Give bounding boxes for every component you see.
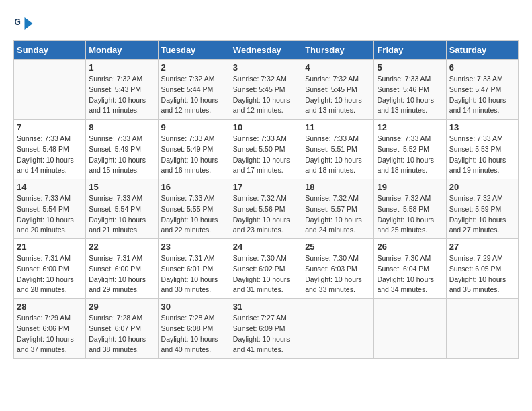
day-info: Sunrise: 7:30 AM Sunset: 6:03 PM Dayligh… [305, 253, 371, 295]
calendar-cell: 28Sunrise: 7:29 AM Sunset: 6:06 PM Dayli… [14, 299, 86, 359]
day-info: Sunrise: 7:33 AM Sunset: 5:48 PM Dayligh… [17, 134, 83, 176]
day-number: 23 [161, 242, 227, 252]
day-number: 25 [305, 242, 371, 252]
day-number: 12 [377, 122, 443, 132]
calendar-cell: 25Sunrise: 7:30 AM Sunset: 6:03 PM Dayli… [302, 239, 374, 299]
day-number: 16 [161, 182, 227, 192]
day-info: Sunrise: 7:33 AM Sunset: 5:54 PM Dayligh… [17, 193, 83, 236]
calendar-body: 1Sunrise: 7:32 AM Sunset: 5:43 PM Daylig… [14, 60, 519, 359]
day-number: 8 [89, 122, 154, 132]
day-info: Sunrise: 7:27 AM Sunset: 6:09 PM Dayligh… [233, 313, 299, 355]
day-info: Sunrise: 7:31 AM Sunset: 6:00 PM Dayligh… [17, 253, 83, 295]
day-info: Sunrise: 7:33 AM Sunset: 5:50 PM Dayligh… [233, 134, 299, 176]
day-number: 3 [233, 62, 299, 73]
calendar-header-row: SundayMondayTuesdayWednesdayThursdayFrid… [14, 41, 519, 60]
day-of-week-header: Monday [86, 41, 158, 60]
calendar-week-row: 1Sunrise: 7:32 AM Sunset: 5:43 PM Daylig… [14, 60, 519, 120]
calendar-cell: 16Sunrise: 7:33 AM Sunset: 5:55 PM Dayli… [158, 179, 230, 239]
day-number: 6 [449, 62, 515, 73]
calendar-week-row: 14Sunrise: 7:33 AM Sunset: 5:54 PM Dayli… [14, 179, 519, 239]
day-number: 24 [233, 242, 299, 252]
calendar-cell: 2Sunrise: 7:32 AM Sunset: 5:44 PM Daylig… [158, 60, 230, 120]
calendar-cell [374, 299, 446, 359]
day-info: Sunrise: 7:32 AM Sunset: 5:59 PM Dayligh… [449, 193, 515, 236]
day-info: Sunrise: 7:30 AM Sunset: 6:02 PM Dayligh… [233, 253, 299, 295]
calendar-cell: 6Sunrise: 7:33 AM Sunset: 5:47 PM Daylig… [446, 60, 518, 120]
day-number: 9 [161, 122, 227, 132]
calendar-cell [302, 299, 374, 359]
calendar-week-row: 21Sunrise: 7:31 AM Sunset: 6:00 PM Dayli… [14, 239, 519, 299]
day-info: Sunrise: 7:33 AM Sunset: 5:49 PM Dayligh… [161, 134, 227, 176]
page-header: G [13, 13, 519, 34]
calendar-cell: 26Sunrise: 7:30 AM Sunset: 6:04 PM Dayli… [374, 239, 446, 299]
day-info: Sunrise: 7:28 AM Sunset: 6:07 PM Dayligh… [89, 313, 154, 355]
calendar-cell: 21Sunrise: 7:31 AM Sunset: 6:00 PM Dayli… [14, 239, 86, 299]
day-number: 17 [233, 182, 299, 192]
day-info: Sunrise: 7:29 AM Sunset: 6:06 PM Dayligh… [17, 313, 83, 355]
calendar-cell [14, 60, 86, 120]
day-info: Sunrise: 7:30 AM Sunset: 6:04 PM Dayligh… [377, 253, 443, 295]
calendar-cell: 19Sunrise: 7:32 AM Sunset: 5:58 PM Dayli… [374, 179, 446, 239]
day-info: Sunrise: 7:33 AM Sunset: 5:46 PM Dayligh… [377, 74, 443, 116]
calendar-cell: 14Sunrise: 7:33 AM Sunset: 5:54 PM Dayli… [14, 179, 86, 239]
day-number: 7 [17, 122, 83, 132]
calendar-cell [446, 299, 518, 359]
calendar-cell: 1Sunrise: 7:32 AM Sunset: 5:43 PM Daylig… [86, 60, 158, 120]
day-of-week-header: Thursday [302, 41, 374, 60]
day-number: 11 [305, 122, 371, 132]
day-info: Sunrise: 7:32 AM Sunset: 5:57 PM Dayligh… [305, 193, 371, 236]
day-number: 14 [17, 182, 83, 192]
day-info: Sunrise: 7:32 AM Sunset: 5:58 PM Dayligh… [377, 193, 443, 236]
day-info: Sunrise: 7:33 AM Sunset: 5:55 PM Dayligh… [161, 193, 227, 236]
day-number: 29 [89, 302, 154, 312]
svg-marker-1 [25, 17, 33, 30]
day-number: 22 [89, 242, 154, 252]
day-info: Sunrise: 7:31 AM Sunset: 6:00 PM Dayligh… [89, 253, 154, 295]
calendar-cell: 18Sunrise: 7:32 AM Sunset: 5:57 PM Dayli… [302, 179, 374, 239]
day-info: Sunrise: 7:32 AM Sunset: 5:45 PM Dayligh… [233, 74, 299, 116]
calendar-cell: 24Sunrise: 7:30 AM Sunset: 6:02 PM Dayli… [230, 239, 302, 299]
day-number: 18 [305, 182, 371, 192]
day-info: Sunrise: 7:33 AM Sunset: 5:52 PM Dayligh… [377, 134, 443, 176]
day-number: 31 [233, 302, 299, 312]
calendar-cell: 5Sunrise: 7:33 AM Sunset: 5:46 PM Daylig… [374, 60, 446, 120]
day-number: 10 [233, 122, 299, 132]
calendar-cell: 13Sunrise: 7:33 AM Sunset: 5:53 PM Dayli… [446, 120, 518, 179]
svg-text:G: G [15, 17, 21, 27]
calendar-cell: 27Sunrise: 7:29 AM Sunset: 6:05 PM Dayli… [446, 239, 518, 299]
day-number: 4 [305, 62, 371, 73]
day-info: Sunrise: 7:33 AM Sunset: 5:54 PM Dayligh… [89, 193, 154, 236]
calendar-cell: 20Sunrise: 7:32 AM Sunset: 5:59 PM Dayli… [446, 179, 518, 239]
calendar-cell: 30Sunrise: 7:28 AM Sunset: 6:08 PM Dayli… [158, 299, 230, 359]
calendar-cell: 12Sunrise: 7:33 AM Sunset: 5:52 PM Dayli… [374, 120, 446, 179]
day-info: Sunrise: 7:31 AM Sunset: 6:01 PM Dayligh… [161, 253, 227, 295]
calendar-week-row: 7Sunrise: 7:33 AM Sunset: 5:48 PM Daylig… [14, 120, 519, 179]
calendar-week-row: 28Sunrise: 7:29 AM Sunset: 6:06 PM Dayli… [14, 299, 519, 359]
day-of-week-header: Saturday [446, 41, 518, 60]
calendar-cell: 11Sunrise: 7:33 AM Sunset: 5:51 PM Dayli… [302, 120, 374, 179]
calendar-cell: 8Sunrise: 7:33 AM Sunset: 5:49 PM Daylig… [86, 120, 158, 179]
day-info: Sunrise: 7:29 AM Sunset: 6:05 PM Dayligh… [449, 253, 515, 295]
day-number: 5 [377, 62, 443, 73]
day-number: 21 [17, 242, 83, 252]
calendar-cell: 7Sunrise: 7:33 AM Sunset: 5:48 PM Daylig… [14, 120, 86, 179]
calendar-cell: 23Sunrise: 7:31 AM Sunset: 6:01 PM Dayli… [158, 239, 230, 299]
day-of-week-header: Wednesday [230, 41, 302, 60]
calendar-cell: 17Sunrise: 7:32 AM Sunset: 5:56 PM Dayli… [230, 179, 302, 239]
calendar-cell: 29Sunrise: 7:28 AM Sunset: 6:07 PM Dayli… [86, 299, 158, 359]
day-number: 20 [449, 182, 515, 192]
day-info: Sunrise: 7:33 AM Sunset: 5:51 PM Dayligh… [305, 134, 371, 176]
calendar-cell: 22Sunrise: 7:31 AM Sunset: 6:00 PM Dayli… [86, 239, 158, 299]
day-info: Sunrise: 7:33 AM Sunset: 5:47 PM Dayligh… [449, 74, 515, 116]
day-info: Sunrise: 7:32 AM Sunset: 5:44 PM Dayligh… [161, 74, 227, 116]
day-info: Sunrise: 7:33 AM Sunset: 5:53 PM Dayligh… [449, 134, 515, 176]
day-number: 15 [89, 182, 154, 192]
day-number: 27 [449, 242, 515, 252]
calendar-cell: 4Sunrise: 7:32 AM Sunset: 5:45 PM Daylig… [302, 60, 374, 120]
calendar-cell: 9Sunrise: 7:33 AM Sunset: 5:49 PM Daylig… [158, 120, 230, 179]
calendar-cell: 15Sunrise: 7:33 AM Sunset: 5:54 PM Dayli… [86, 179, 158, 239]
calendar-cell: 10Sunrise: 7:33 AM Sunset: 5:50 PM Dayli… [230, 120, 302, 179]
logo: G [13, 13, 35, 34]
day-of-week-header: Tuesday [158, 41, 230, 60]
calendar-cell: 31Sunrise: 7:27 AM Sunset: 6:09 PM Dayli… [230, 299, 302, 359]
